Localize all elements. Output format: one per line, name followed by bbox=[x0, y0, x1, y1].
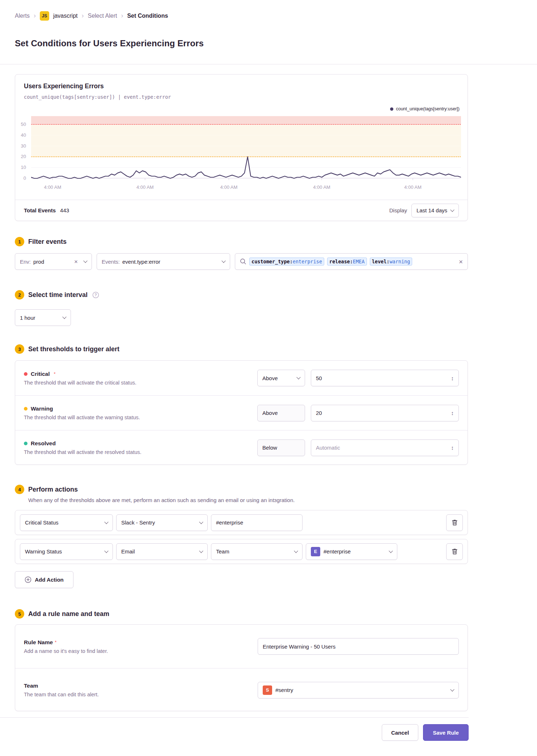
chevron-right-icon: › bbox=[34, 12, 36, 19]
search-token-level[interactable]: level:warning bbox=[370, 258, 413, 266]
rule-team-select[interactable]: S #sentry bbox=[258, 682, 459, 698]
y-axis-tick-label: 10 bbox=[21, 165, 26, 170]
thresholds-card: Critical * The threshold that will activ… bbox=[15, 360, 468, 465]
footer-actions: Cancel Save Rule bbox=[0, 724, 469, 741]
resolved-threshold-input[interactable]: Automatic ↕ bbox=[311, 439, 459, 456]
section-time-interval: 2 Select time interval ? bbox=[15, 290, 99, 300]
breadcrumb: Alerts › JS javascript › Select Alert › … bbox=[15, 11, 168, 21]
action-row-warning: Warning Status Email Team E #enterprise bbox=[15, 539, 468, 564]
critical-status-dot-icon bbox=[24, 372, 28, 376]
rule-team-row: Team The team that can edit this alert. … bbox=[15, 668, 468, 712]
team-avatar: S bbox=[263, 685, 272, 695]
section-filter-events: 1 Filter events bbox=[15, 237, 67, 246]
warning-condition-button[interactable]: Above bbox=[257, 405, 305, 421]
chevron-down-icon bbox=[450, 208, 454, 212]
legend-dot-icon bbox=[390, 107, 393, 111]
x-axis-tick-label: 4:00 AM bbox=[220, 184, 238, 190]
trash-icon bbox=[452, 548, 457, 555]
clear-search-icon[interactable]: × bbox=[459, 258, 463, 265]
warning-threshold-input[interactable]: 20 ↕ bbox=[311, 405, 459, 421]
chevron-down-icon bbox=[104, 549, 108, 553]
delete-action-button[interactable] bbox=[446, 514, 463, 531]
environment-select[interactable]: Env: prod × bbox=[15, 253, 92, 270]
field-description: Add a name so it's easy to find later. bbox=[24, 648, 258, 654]
x-axis-tick-label: 4:00 AM bbox=[136, 184, 154, 190]
rule-name-input[interactable]: Enterprise Warning - 50 Users bbox=[258, 638, 459, 655]
chevron-right-icon: › bbox=[81, 12, 84, 19]
actions-subtitle: When any of the thresholds above are met… bbox=[28, 497, 295, 503]
clear-env-icon[interactable]: × bbox=[74, 259, 78, 265]
chart-plot-area bbox=[31, 116, 461, 180]
help-icon[interactable]: ? bbox=[92, 292, 99, 298]
display-label: Display bbox=[389, 207, 407, 213]
breadcrumb-project[interactable]: javascript bbox=[53, 13, 78, 19]
threshold-description: The threshold that will activate the res… bbox=[24, 449, 257, 455]
section-title-thresholds: Set thresholds to trigger alert bbox=[28, 345, 119, 353]
field-label: Rule Name bbox=[24, 639, 53, 646]
step-2-badge: 2 bbox=[15, 290, 24, 300]
threshold-row-warning: Warning The threshold that will activate… bbox=[15, 395, 468, 430]
breadcrumb-select-alert[interactable]: Select Alert bbox=[88, 13, 117, 19]
critical-condition-select[interactable]: Above bbox=[257, 370, 305, 386]
resolved-status-dot-icon bbox=[24, 442, 28, 445]
step-3-badge: 3 bbox=[15, 344, 24, 354]
section-thresholds: 3 Set thresholds to trigger alert bbox=[15, 344, 119, 354]
threshold-name: Critical bbox=[31, 371, 50, 377]
cancel-button[interactable]: Cancel bbox=[382, 724, 418, 741]
event-types-select[interactable]: Events: event.type:error bbox=[97, 253, 230, 270]
action-channel-input[interactable]: #enterprise bbox=[211, 514, 303, 531]
x-axis-tick-label: 4:00 AM bbox=[44, 184, 62, 190]
action-target-type-select[interactable]: Team bbox=[211, 543, 303, 560]
add-action-button[interactable]: Add Action bbox=[15, 571, 73, 588]
section-perform-actions: 4 Perform actions bbox=[15, 485, 78, 494]
chevron-down-icon bbox=[389, 549, 393, 553]
filter-row: Env: prod × Events: event.type:error cus… bbox=[15, 253, 468, 270]
display-range-select[interactable]: Last 14 days bbox=[411, 204, 459, 217]
search-icon bbox=[240, 258, 246, 265]
delete-action-button[interactable] bbox=[446, 543, 463, 560]
required-mark: * bbox=[55, 640, 56, 645]
plus-circle-icon bbox=[25, 576, 31, 583]
chevron-down-icon bbox=[221, 259, 225, 263]
number-stepper-icon[interactable]: ↕ bbox=[451, 445, 454, 451]
action-trigger-select[interactable]: Critical Status bbox=[20, 514, 113, 531]
action-type-select[interactable]: Slack - Sentry bbox=[116, 514, 208, 531]
chart-footer: Total Events 443 Display Last 14 days bbox=[15, 200, 468, 221]
action-row-critical: Critical Status Slack - Sentry #enterpri… bbox=[15, 510, 468, 535]
header-divider bbox=[0, 64, 537, 64]
time-interval-select[interactable]: 1 hour bbox=[15, 309, 71, 326]
save-rule-button[interactable]: Save Rule bbox=[423, 724, 469, 741]
trash-icon bbox=[452, 519, 457, 526]
breadcrumb-alerts[interactable]: Alerts bbox=[15, 13, 30, 19]
breadcrumb-current: Set Conditions bbox=[127, 13, 168, 19]
number-stepper-icon[interactable]: ↕ bbox=[451, 410, 454, 416]
action-type-select[interactable]: Email bbox=[116, 543, 208, 560]
rule-card: Rule Name * Add a name so it's easy to f… bbox=[15, 624, 468, 711]
number-stepper-icon[interactable]: ↕ bbox=[451, 375, 454, 381]
threshold-row-resolved: Resolved The threshold that will activat… bbox=[15, 430, 468, 465]
action-team-select[interactable]: E #enterprise bbox=[306, 543, 397, 560]
threshold-description: The threshold that will activate the cri… bbox=[24, 380, 257, 386]
y-axis-tick-label: 20 bbox=[21, 154, 26, 159]
footer-divider bbox=[0, 717, 469, 718]
section-title-rule: Add a rule name and team bbox=[28, 610, 109, 618]
chevron-down-icon bbox=[450, 687, 454, 691]
alert-chart-card: Users Experiencing Errors count_unique(t… bbox=[15, 74, 468, 221]
section-title-filter: Filter events bbox=[28, 238, 67, 246]
resolved-condition-button[interactable]: Below bbox=[257, 439, 305, 456]
total-events-value: 443 bbox=[60, 207, 69, 213]
threshold-name: Warning bbox=[31, 405, 53, 412]
search-token-release[interactable]: release:EMEA bbox=[327, 258, 367, 266]
section-title-actions: Perform actions bbox=[28, 486, 78, 493]
chevron-down-icon bbox=[294, 549, 298, 553]
set-conditions-page: Alerts › JS javascript › Select Alert › … bbox=[0, 0, 537, 756]
threshold-name: Resolved bbox=[31, 440, 56, 447]
legend-label: count_unique(tags[sentry:user]) bbox=[396, 106, 460, 111]
critical-threshold-input[interactable]: 50 ↕ bbox=[311, 370, 459, 386]
project-js-badge: JS bbox=[40, 11, 49, 21]
search-token-customer-type[interactable]: customer_type:enterprise bbox=[249, 258, 324, 266]
action-trigger-select[interactable]: Warning Status bbox=[20, 543, 113, 560]
chart-legend: count_unique(tags[sentry:user]) bbox=[390, 106, 460, 111]
x-axis-tick-label: 4:00 AM bbox=[313, 184, 330, 190]
search-input[interactable]: customer_type:enterprise release:EMEA le… bbox=[235, 253, 468, 270]
